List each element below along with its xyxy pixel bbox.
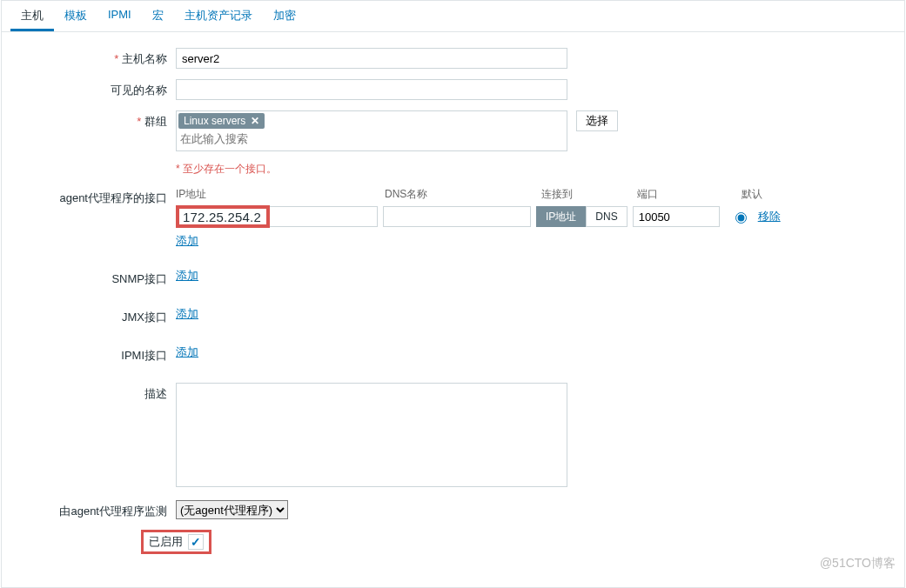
group-tag-label: Linux servers [184,115,245,127]
label-hostname: 主机名称 [19,48,176,67]
tab-host[interactable]: 主机 [10,1,54,31]
hostname-input[interactable] [176,48,567,69]
close-icon[interactable]: ✕ [251,115,259,127]
visible-name-input[interactable] [176,79,567,100]
enabled-checkbox[interactable]: ✓ [188,534,204,550]
groups-search-input[interactable] [178,129,352,149]
tab-encryption[interactable]: 加密 [263,1,306,31]
interface-header: IP地址 DNS名称 连接到 端口 默认 [176,187,887,202]
tab-macro[interactable]: 宏 [142,1,174,31]
connect-ip-button[interactable]: IP地址 [536,206,586,227]
label-description: 描述 [19,383,176,402]
col-conn-label: 连接到 [541,187,637,202]
ip-address-highlight: 172.25.254.2 [176,205,270,228]
tab-inventory[interactable]: 主机资产记录 [174,1,263,31]
col-ip-label: IP地址 [176,187,385,202]
tab-template[interactable]: 模板 [54,1,97,31]
label-snmp-interface: SNMP接口 [19,268,176,287]
group-tag-linux-servers[interactable]: Linux servers ✕ [178,113,265,129]
label-jmx-interface: JMX接口 [19,306,176,325]
label-agent-interface: agent代理程序的接口 [19,187,176,206]
col-default-label: 默认 [742,187,794,202]
interface-required-note: * 至少存在一个接口。 [176,163,277,175]
label-enabled: 已启用 [149,534,183,550]
enabled-highlight: 已启用 ✓ [141,530,211,554]
default-radio[interactable] [735,212,747,224]
host-config-page: 主机 模板 IPMI 宏 主机资产记录 加密 主机名称 可见的名称 群组 Lin… [1,0,905,588]
tabs-bar: 主机 模板 IPMI 宏 主机资产记录 加密 [2,1,904,32]
col-dns-label: DNS名称 [385,187,541,202]
add-snmp-interface-link[interactable]: 添加 [176,269,198,282]
description-textarea[interactable] [176,383,567,487]
label-visible-name: 可见的名称 [19,79,176,98]
agent-interface-row: 172.25.254.2 IP地址 DNS 移除 [176,205,887,228]
groups-tagbox[interactable]: Linux servers ✕ [176,110,567,151]
label-ipmi-interface: IPMI接口 [19,344,176,364]
connect-dns-button[interactable]: DNS [586,206,627,227]
dns-name-input[interactable] [383,206,531,227]
add-agent-interface-link[interactable]: 添加 [176,233,198,249]
col-port-label: 端口 [637,187,742,202]
ip-address-input[interactable] [270,206,378,227]
select-group-button[interactable]: 选择 [576,110,618,131]
watermark: @51CTO博客 [820,556,896,571]
remove-interface-link[interactable]: 移除 [758,209,781,224]
port-input[interactable] [633,206,720,227]
label-groups: 群组 [19,110,176,130]
add-jmx-interface-link[interactable]: 添加 [176,307,198,320]
proxy-select[interactable]: (无agent代理程序) [176,500,288,519]
tab-ipmi[interactable]: IPMI [97,1,142,31]
label-monitored-by: 由agent代理程序监测 [19,500,176,519]
connect-to-toggle: IP地址 DNS [536,206,627,227]
add-ipmi-interface-link[interactable]: 添加 [176,345,198,358]
form-body: 主机名称 可见的名称 群组 Linux servers ✕ [2,32,904,582]
